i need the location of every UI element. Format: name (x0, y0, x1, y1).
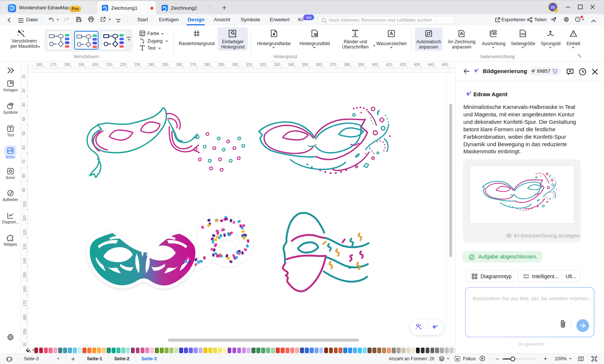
svg-text:D: D (456, 357, 459, 361)
svg-text:A4: A4 (521, 32, 525, 36)
svg-text:?: ? (577, 18, 579, 21)
